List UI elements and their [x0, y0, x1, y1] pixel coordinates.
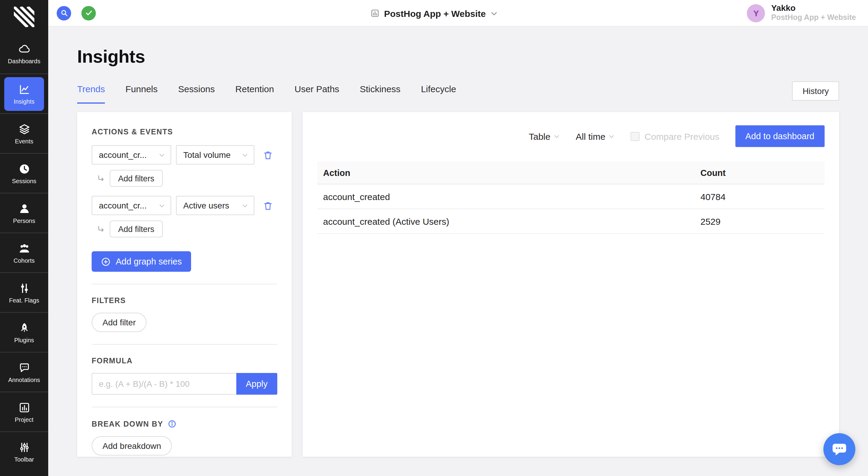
- check-icon: [85, 9, 93, 17]
- chevron-down-icon: [158, 202, 165, 209]
- insights-icon: [18, 83, 30, 95]
- posthog-logo[interactable]: [0, 0, 48, 34]
- insight-config-panel: ACTIONS & EVENTS account_cr... Total vol…: [77, 112, 292, 457]
- dashboards-icon: [18, 43, 30, 56]
- divider: [92, 407, 277, 407]
- feature-flags-icon: [18, 282, 30, 294]
- topbar: PostHog App + Website Y Yakko PostHog Ap…: [48, 0, 868, 27]
- sidebar-item-events[interactable]: Events: [0, 113, 48, 153]
- chevron-down-icon: [490, 9, 498, 17]
- project-switcher-label: PostHog App + Website: [384, 8, 486, 19]
- table-header: Action Count: [317, 161, 825, 184]
- cell-count: 2529: [694, 216, 825, 226]
- insight-tabs: Trends Funnels Sessions Retention User P…: [77, 78, 839, 104]
- add-breakdown-button[interactable]: Add breakdown: [92, 436, 172, 455]
- sidebar-item-annotations[interactable]: Annotations: [0, 352, 48, 392]
- series-row-2: account_cr... Active users: [92, 196, 277, 215]
- sidebar-item-toolbar[interactable]: Toolbar: [0, 432, 48, 471]
- sidebar-item-plugins[interactable]: Plugins: [0, 312, 48, 352]
- tab-sessions[interactable]: Sessions: [178, 78, 215, 104]
- trash-icon: [263, 150, 273, 160]
- event-select-2[interactable]: account_cr...: [92, 196, 171, 215]
- user-org: PostHog App + Website: [771, 13, 856, 23]
- sidebar-item-sessions[interactable]: Sessions: [0, 153, 48, 193]
- user-menu[interactable]: Y Yakko PostHog App + Website: [747, 3, 856, 23]
- sidebar: Dashboards Insights Events: [0, 0, 48, 476]
- delete-series-2-button[interactable]: [263, 200, 273, 211]
- nested-arrow-icon: [96, 224, 105, 233]
- column-header-count: Count: [694, 168, 825, 178]
- info-icon[interactable]: [167, 419, 176, 429]
- formula-row: Apply: [92, 373, 277, 395]
- tab-funnels[interactable]: Funnels: [125, 78, 158, 104]
- date-range-select[interactable]: All time: [576, 131, 615, 141]
- table-row: account_created 40784: [317, 184, 825, 209]
- divider: [92, 344, 277, 345]
- apply-formula-button[interactable]: Apply: [236, 373, 277, 395]
- project-switcher[interactable]: PostHog App + Website: [370, 0, 498, 27]
- add-graph-series-button[interactable]: Add graph series: [92, 251, 191, 272]
- tab-user-paths[interactable]: User Paths: [294, 78, 339, 104]
- sidebar-item-project[interactable]: Project: [0, 392, 48, 432]
- cohorts-group-icon: [18, 242, 30, 255]
- delete-series-1-button[interactable]: [263, 150, 273, 160]
- divider: [92, 284, 277, 284]
- toolbar-sliders-icon: [18, 441, 30, 453]
- project-icon: [18, 401, 30, 414]
- search-icon: [60, 9, 68, 17]
- results-controls: Table All time Compare Previous Add to d…: [317, 125, 825, 147]
- status-ok-button[interactable]: [82, 6, 96, 20]
- cell-count: 40784: [694, 191, 825, 201]
- add-to-dashboard-button[interactable]: Add to dashboard: [735, 125, 825, 147]
- history-button[interactable]: History: [792, 81, 839, 100]
- nested-arrow-icon: [96, 174, 105, 183]
- checkbox-icon: [631, 132, 640, 141]
- math-select-1[interactable]: Total volume: [176, 145, 254, 164]
- add-filters-button-1[interactable]: Add filters: [110, 170, 163, 187]
- add-filter-button[interactable]: Add filter: [92, 313, 147, 332]
- sidebar-item-cohorts[interactable]: Cohorts: [0, 232, 48, 272]
- tab-lifecycle[interactable]: Lifecycle: [421, 78, 456, 104]
- series-row-1: account_cr... Total volume: [92, 145, 277, 164]
- tab-stickiness[interactable]: Stickiness: [360, 78, 401, 104]
- sidebar-item-dashboards[interactable]: Dashboards: [0, 34, 48, 73]
- chat-launcher-button[interactable]: [824, 433, 855, 465]
- rocket-icon: [18, 321, 30, 334]
- add-filters-button-2[interactable]: Add filters: [110, 221, 163, 237]
- search-button[interactable]: [57, 6, 71, 20]
- results-panel: Table All time Compare Previous Add to d…: [303, 112, 839, 457]
- annotations-bubble-icon: [18, 361, 30, 374]
- user-name: Yakko: [771, 3, 856, 13]
- breakdown-heading: BREAK DOWN BY: [92, 419, 277, 429]
- math-select-2[interactable]: Active users: [176, 196, 254, 215]
- results-table: Action Count account_created 40784 accou…: [317, 161, 825, 234]
- event-select-1[interactable]: account_cr...: [92, 145, 171, 164]
- project-window-icon: [370, 8, 380, 18]
- chat-bubble-icon: [831, 441, 847, 457]
- tab-trends[interactable]: Trends: [77, 78, 105, 104]
- sidebar-item-persons[interactable]: Persons: [0, 193, 48, 232]
- person-icon: [18, 202, 30, 215]
- formula-heading: FORMULA: [92, 357, 277, 365]
- avatar: Y: [747, 4, 765, 22]
- chevron-down-icon: [553, 133, 560, 139]
- sessions-clock-icon: [18, 162, 30, 175]
- tab-retention[interactable]: Retention: [236, 78, 274, 104]
- topbar-left: [57, 6, 96, 20]
- sidebar-item-feature-flags[interactable]: Feat. Flags: [0, 272, 48, 312]
- main-content: Insights Trends Funnels Sessions Retenti…: [48, 27, 868, 476]
- compare-previous-checkbox[interactable]: Compare Previous: [631, 131, 719, 141]
- page-title: Insights: [77, 46, 839, 67]
- chart-type-select[interactable]: Table: [529, 131, 560, 141]
- sidebar-item-insights[interactable]: Insights: [0, 73, 48, 113]
- plus-circle-icon: [101, 256, 111, 266]
- posthog-logo-icon: [14, 7, 34, 27]
- cell-action: account_created (Active Users): [317, 216, 694, 226]
- filters-heading: FILTERS: [92, 296, 277, 305]
- sidebar-nav: Dashboards Insights Events: [0, 34, 48, 476]
- chevron-down-icon: [609, 133, 615, 139]
- cell-action: account_created: [317, 191, 694, 201]
- chevron-down-icon: [242, 152, 248, 158]
- table-row: account_created (Active Users) 2529: [317, 209, 825, 234]
- formula-input[interactable]: [92, 373, 236, 395]
